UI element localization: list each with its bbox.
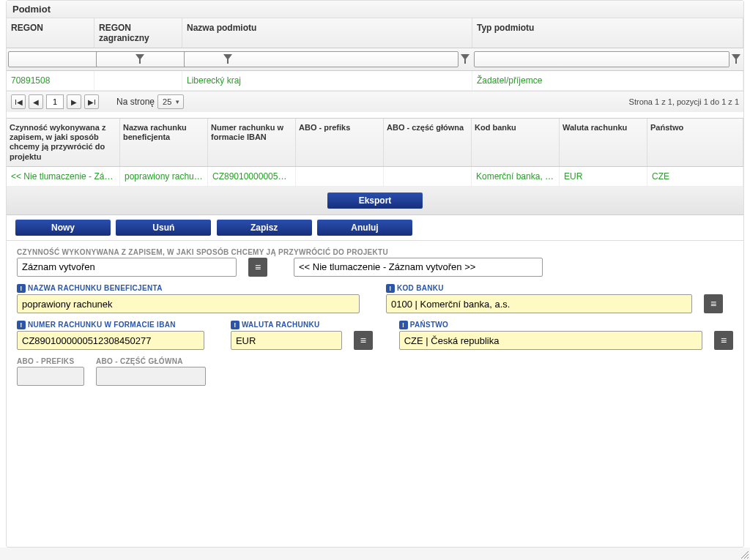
czynnosc-input[interactable] — [17, 258, 237, 277]
usun-button[interactable]: Usuń — [116, 220, 211, 236]
kod-banku-input[interactable] — [386, 294, 692, 313]
col2-kod[interactable]: Kod banku — [472, 119, 560, 166]
cell2-czynnosc: << Nie tlumaczenie - Zázn... — [7, 167, 120, 186]
waluta-label: !WALUTA RACHUNKU — [231, 321, 342, 329]
zapisz-button[interactable]: Zapisz — [217, 220, 312, 236]
cell2-abo-g — [384, 167, 472, 186]
pager-last-button[interactable]: ▶Ⅰ — [84, 94, 99, 109]
cell2-panstwo: CZE — [647, 167, 743, 186]
col2-panstwo[interactable]: Państwo — [647, 119, 743, 166]
czynnosc-lookup-button[interactable]: ≡ — [248, 258, 267, 277]
pager-summary: Strona 1 z 1, pozycji 1 do 1 z 1 — [629, 97, 739, 106]
cell2-kod: Komerční banka, a.s. — [472, 167, 560, 186]
cell-nazwa: Liberecký kraj — [182, 71, 472, 90]
table-row[interactable]: << Nie tlumaczenie - Zázn... poprawiony … — [7, 167, 743, 187]
required-icon: ! — [399, 321, 408, 329]
grid2-header: Czynność wykonywana z zapisem, w jaki sp… — [7, 118, 743, 167]
nowy-button[interactable]: Nowy — [15, 220, 111, 236]
nazwa-rachunku-input[interactable] — [17, 294, 360, 313]
required-icon: ! — [17, 321, 26, 329]
pager-per-label: Na stronę — [116, 97, 155, 107]
pager: Ⅰ◀ ◀ ▶ ▶Ⅰ Na stronę 25 Strona 1 z 1, poz… — [7, 91, 743, 112]
export-bar: Eksport — [7, 187, 743, 215]
iban-label: !NUMER RACHUNKU W FORMACIE IBAN — [17, 321, 204, 329]
form-area: CZYNNOŚĆ WYKONYWANA Z ZAPISEM, W JAKI SP… — [7, 241, 743, 548]
pager-prev-button[interactable]: ◀ — [29, 94, 43, 109]
abo-glowna-input[interactable] — [96, 367, 206, 386]
cell2-abo-p — [296, 167, 384, 186]
panstwo-input[interactable] — [399, 331, 703, 350]
table-row[interactable]: 70891508 Liberecký kraj Žadatel/příjemce — [7, 71, 743, 91]
pager-next-button[interactable]: ▶ — [67, 94, 81, 109]
filter-typ-input[interactable] — [474, 51, 729, 67]
required-icon: ! — [231, 321, 240, 329]
section-label: CZYNNOŚĆ WYKONYWANA Z ZAPISEM, W JAKI SP… — [17, 248, 733, 256]
list-icon: ≡ — [710, 298, 716, 310]
abo-prefiks-input[interactable] — [17, 367, 84, 386]
panstwo-label: !PAŃSTWO — [399, 321, 703, 329]
panstwo-lookup-button[interactable]: ≡ — [714, 331, 733, 350]
anuluj-button[interactable]: Anuluj — [317, 220, 412, 236]
waluta-input[interactable] — [231, 331, 342, 350]
pager-page-input[interactable] — [46, 94, 64, 109]
filter-icon[interactable] — [459, 53, 471, 65]
abo-p-label: ABO - PREFIKS — [17, 357, 84, 365]
kod-label: !KOD BANKU — [386, 284, 692, 293]
action-button-row: Nowy Usuń Zapisz Anuluj — [7, 215, 743, 241]
cell-typ: Žadatel/příjemce — [472, 71, 743, 90]
pager-per-select[interactable]: 25 — [157, 94, 184, 109]
col2-iban[interactable]: Numer rachunku w formacie IBAN — [208, 119, 296, 166]
col2-nazwa-rach[interactable]: Nazwa rachunku beneficjenta — [120, 119, 208, 166]
cell2-nazwa-rach: poprawiony rachun... — [120, 167, 208, 186]
panel-title: Podmiot — [7, 1, 743, 18]
grid1-filter-row — [7, 48, 743, 71]
required-icon: ! — [17, 284, 26, 293]
waluta-lookup-button[interactable]: ≡ — [354, 331, 373, 350]
list-icon: ≡ — [360, 335, 366, 346]
nazwa-label: !NAZWA RACHUNKU BENEFICJENTA — [17, 284, 360, 293]
cell-regon: 70891508 — [7, 71, 94, 90]
col-nazwa[interactable]: Nazwa podmiotu — [182, 18, 472, 48]
col-regon[interactable]: REGON — [7, 18, 94, 48]
cell2-waluta: EUR — [560, 167, 647, 186]
eksport-button[interactable]: Eksport — [327, 193, 423, 209]
col2-abo-p[interactable]: ABO - prefiks — [296, 119, 384, 166]
col2-abo-g[interactable]: ABO - część główna — [384, 119, 472, 166]
list-icon: ≡ — [721, 335, 727, 346]
cell2-iban: CZ8901000000512... — [208, 167, 296, 186]
col-typ[interactable]: Typ podmiotu — [472, 18, 743, 48]
list-icon: ≡ — [255, 261, 261, 273]
required-icon: ! — [386, 284, 395, 293]
col2-czynnosc[interactable]: Czynność wykonywana z zapisem, w jaki sp… — [7, 119, 120, 166]
czynnosc-readonly-input — [294, 258, 543, 277]
kod-lookup-button[interactable]: ≡ — [704, 294, 723, 313]
pager-first-button[interactable]: Ⅰ◀ — [11, 94, 26, 109]
grid1-header: REGON REGON zagraniczny Nazwa podmiotu T… — [7, 18, 743, 48]
filter-icon[interactable] — [730, 53, 742, 65]
cell-regon-z — [94, 71, 182, 90]
abo-g-label: ABO - CZĘŚĆ GŁÓWNA — [96, 357, 206, 365]
col-regon-z[interactable]: REGON zagraniczny — [94, 18, 182, 48]
iban-input[interactable] — [17, 331, 204, 350]
col2-waluta[interactable]: Waluta rachunku — [560, 119, 647, 166]
